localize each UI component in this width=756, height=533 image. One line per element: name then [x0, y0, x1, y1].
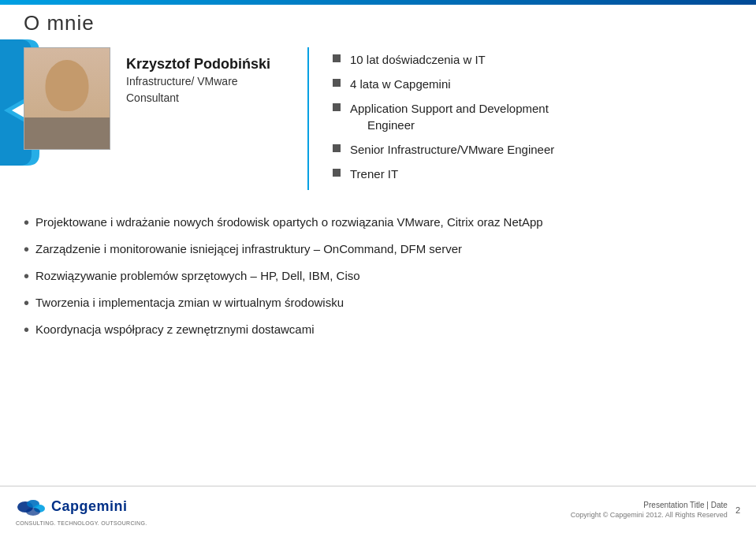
main-content: Krzysztof Podobiński Infrastructure/ VMw… [24, 47, 740, 454]
avatar [24, 47, 110, 150]
bullet-dot-icon: • [24, 321, 29, 338]
bullet-text: 4 lata w Capgemini [350, 76, 451, 92]
bottom-bullets-section: • Projektowane i wdrażanie nowych środow… [24, 214, 740, 338]
list-item: 4 lata w Capgemini [333, 76, 740, 92]
page-title: O mnie [24, 11, 95, 35]
experience-bullet-list: 10 lat doświadczenia w IT 4 lata w Capge… [333, 47, 740, 190]
presentation-title: Presentation Title | Date [571, 501, 728, 509]
copyright-text: Copyright © Capgemini 2012. All Rights R… [571, 511, 728, 519]
bullet-text: 10 lat doświadczenia w IT [350, 51, 486, 68]
list-item: • Rozwiązywanie problemów sprzętowych – … [24, 267, 740, 285]
bullet-text: Application Support and DevelopmentEngin… [350, 100, 549, 133]
logo-text: Capgemini [51, 498, 128, 515]
bullet-dot-icon: • [24, 294, 29, 311]
bullet-dot-icon: • [24, 240, 29, 258]
logo-top: Capgemini [16, 494, 128, 520]
bullet-icon [333, 103, 341, 111]
bullet-text: Projektowane i wdrażanie nowych środowis… [35, 214, 543, 230]
bullet-dot-icon: • [24, 214, 29, 231]
bullet-text: Zarządzenie i monitorowanie isniejącej i… [35, 240, 462, 257]
page-number: 2 [736, 505, 740, 515]
avatar-image [24, 48, 110, 149]
bullet-icon [333, 79, 341, 87]
top-accent-bar [0, 0, 756, 5]
profile-section: Krzysztof Podobiński Infrastructure/ VMw… [24, 47, 740, 190]
list-item: • Projektowane i wdrażanie nowych środow… [24, 214, 740, 231]
bullet-icon [333, 144, 341, 152]
footer-right: Presentation Title | Date Copyright © Ca… [571, 501, 740, 519]
bullet-text: Koordynacja współpracy z zewnętrznymi do… [35, 321, 314, 337]
logo-tagline: CONSULTING. TECHNOLOGY. OUTSOURCING. [16, 520, 147, 526]
list-item: Senior Infrastructure/VMware Engineer [333, 141, 740, 158]
list-item: 10 lat doświadczenia w IT [333, 51, 740, 68]
capgemini-icon [16, 494, 51, 520]
list-item: • Koordynacja współpracy z zewnętrznymi … [24, 321, 740, 338]
list-item: Application Support and DevelopmentEngin… [333, 100, 740, 133]
section-divider [307, 47, 309, 190]
footer-logo: Capgemini CONSULTING. TECHNOLOGY. OUTSOU… [16, 494, 147, 526]
person-name: Krzysztof Podobiński [126, 55, 284, 73]
svg-point-3 [26, 508, 40, 516]
bullet-text: Rozwiązywanie problemów sprzętowych – HP… [35, 267, 360, 284]
person-role-line1: Infrastructure/ VMware [126, 73, 284, 90]
bullet-dot-icon: • [24, 267, 29, 285]
footer-meta: Presentation Title | Date Copyright © Ca… [571, 501, 728, 519]
list-item: • Tworzenia i implementacja zmian w wirt… [24, 294, 740, 311]
bullet-text: Tworzenia i implementacja zmian w wirtua… [35, 294, 344, 311]
list-item: • Zarządzenie i monitorowanie isniejącej… [24, 240, 740, 258]
bullet-text: Trener IT [350, 166, 398, 182]
bullet-icon [333, 169, 341, 177]
name-section: Krzysztof Podobiński Infrastructure/ VMw… [126, 55, 284, 106]
person-role-line2: Consultant [126, 90, 284, 106]
bullet-icon [333, 54, 341, 62]
page-title-area: O mnie [24, 11, 95, 35]
capgemini-logo: Capgemini CONSULTING. TECHNOLOGY. OUTSOU… [16, 494, 147, 526]
list-item: Trener IT [333, 166, 740, 182]
footer: Capgemini CONSULTING. TECHNOLOGY. OUTSOU… [0, 486, 756, 533]
bullet-text: Senior Infrastructure/VMware Engineer [350, 141, 554, 158]
